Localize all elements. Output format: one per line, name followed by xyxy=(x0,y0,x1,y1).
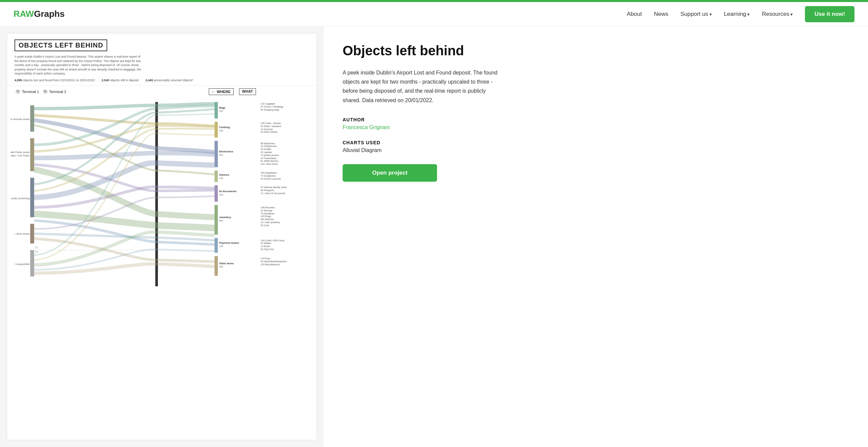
node-departure xyxy=(30,105,34,131)
node-payment xyxy=(214,238,218,253)
sub-national-id: 37 National Identity cards xyxy=(261,186,287,189)
navigation: RAWGraphs About News Support us Learning… xyxy=(0,2,868,26)
sub-kindles: 33 Kindles xyxy=(261,148,271,150)
alluvial-diagram: Departure or Arrivals areas Landside Pub… xyxy=(7,96,317,293)
terminal-1-label: Terminal 1 xyxy=(22,90,39,94)
arrow-left-icon: ← xyxy=(212,89,216,94)
nav-item-news[interactable]: News xyxy=(654,11,668,18)
sub-books: 13 Books xyxy=(261,245,270,247)
nav-link-resources[interactable]: Resources xyxy=(762,11,793,17)
node-unspecified xyxy=(30,250,34,276)
t1-marker: T1 xyxy=(35,246,38,249)
chart-stats: 4,995 objects lost and found from 22/10/… xyxy=(15,79,309,82)
node-security-label: Security Screening xyxy=(10,197,30,200)
node-jewellery xyxy=(214,205,218,235)
node-electronics xyxy=(214,141,218,167)
sub-coats: 145 Coats / Jackets xyxy=(261,122,281,124)
chart-title-area: OBJECTS LEFT BEHIND A peek inside Dublin… xyxy=(7,33,317,86)
author-name-link[interactable]: Francesca Grignani xyxy=(343,124,849,130)
sub-medication: 40 Medication/Equipment xyxy=(261,260,287,263)
sub-tablets: 61 Tablet devices xyxy=(261,160,279,162)
sub-wallets: 41 Wallets xyxy=(261,242,271,244)
chart-container: OBJECTS LEFT BEHIND A peek inside Dublin… xyxy=(0,26,324,447)
chart-stat-total: 4,995 objects lost and found from 22/10/… xyxy=(15,79,95,82)
stat-deposit-label: objects still in deposit xyxy=(110,79,139,82)
stat-deposit-num: 2,540 xyxy=(102,79,109,82)
sub-watches: 260 Watches xyxy=(261,218,274,220)
clothing-count: 206 xyxy=(219,129,223,132)
sub-credit: 128 Credit / ATM Cards xyxy=(261,239,285,242)
sub-earrings: 31 Earrings xyxy=(261,209,273,212)
jewellery-label: Jewellery xyxy=(219,216,231,219)
logo-raw: RAW xyxy=(13,9,34,19)
nav-link-news[interactable]: News xyxy=(654,11,668,17)
terminal-labels: T1 Terminal 1 T2 Terminal 2 xyxy=(16,90,66,94)
nav-link-about[interactable]: About xyxy=(627,11,642,17)
sub-other-clothes: 20 Other clothes xyxy=(261,131,278,133)
sub-rings: 145 Rings xyxy=(261,215,271,218)
glasses-count: 134 xyxy=(219,177,223,179)
project-description: A peek inside Dublin's Airport Lost and … xyxy=(343,68,498,105)
terminal-2-label: Terminal 2 xyxy=(49,90,66,94)
image-panel: OBJECTS LEFT BEHIND A peek inside Dublin… xyxy=(0,26,324,447)
sub-laptops: 61 Laptops xyxy=(261,151,272,154)
nav-item-resources[interactable]: Resources xyxy=(762,11,793,18)
bags-count: 220 xyxy=(219,110,223,112)
sub-passports: 60 Passports xyxy=(261,189,274,192)
project-title: Objects left behind xyxy=(343,42,849,59)
use-it-now-button[interactable]: Use it now! xyxy=(805,6,855,22)
other-items-count: 355 xyxy=(219,266,223,268)
jewellery-count: 684 xyxy=(219,219,223,222)
node-departure-label: Departure or Arrivals areas xyxy=(10,118,30,121)
sub-eyeglasses: 100 Eyeglasses xyxy=(261,172,277,174)
what-header: WHAT xyxy=(239,88,256,95)
nav-link-support[interactable]: Support us xyxy=(681,11,712,17)
page-content: OBJECTS LEFT BEHIND A peek inside Dublin… xyxy=(0,26,868,447)
sub-shopping: 36 Shopping bags xyxy=(261,109,280,111)
nav-link-learning[interactable]: Learning xyxy=(724,11,750,17)
other-items-label: Other Items xyxy=(219,262,234,265)
terminal-2-icon: T2 xyxy=(43,90,47,94)
stat-returned-num: 2,445 xyxy=(145,79,153,82)
electronics-label: Electronics xyxy=(219,150,234,153)
node-security xyxy=(30,178,34,217)
sub-bracelets: 148 Bracelets xyxy=(261,206,275,209)
sub-other-jewellery: 23 / other jewellery xyxy=(261,221,280,224)
sub-drivers: 10 Drivers Licences xyxy=(261,178,281,180)
nav-item-support[interactable]: Support us xyxy=(681,11,712,18)
author-label: AUTHOR xyxy=(343,117,849,122)
node-landside-label: Landside Public areas xyxy=(10,151,30,154)
chart-stat-returned: 2,445 presumably returned objects* xyxy=(145,79,193,82)
terminal-1-icon: T1 xyxy=(16,90,20,94)
sub-other-electronics: 110 / other items xyxy=(261,163,278,165)
sub-keys: 119 Keys xyxy=(261,257,270,260)
stat-total-num: 4,995 xyxy=(15,79,22,82)
sub-mobile: 73 Mobile phones xyxy=(261,154,279,157)
where-header: ← WHERE xyxy=(209,88,234,95)
node-other-items xyxy=(214,256,218,276)
sub-headphones: 41 Headphones xyxy=(261,145,277,148)
logo-graphs: Graphs xyxy=(34,9,65,19)
chart-type: Alluvial Diagram xyxy=(343,147,849,153)
chart-stat-deposit: 2,540 objects still in deposit xyxy=(102,79,139,82)
electronics-count: 502 xyxy=(219,154,223,156)
node-other-label: / other areas xyxy=(15,232,30,235)
sub-powerbanks: 24 Powerbanks xyxy=(261,157,277,159)
nav-item-learning[interactable]: Learning xyxy=(724,11,750,18)
sub-socks: 13 Socks(s) xyxy=(261,128,273,131)
stat-total-label: objects lost and found from 22/10/2021 t… xyxy=(23,79,95,82)
open-project-button[interactable]: Open project xyxy=(343,164,437,182)
node-landside-sublabel: including Roads / Car Parks xyxy=(10,154,30,157)
charts-label: CHARTS USED xyxy=(343,140,849,145)
chart-description: A peek inside Dublin's Airport Lost and … xyxy=(15,55,143,76)
payment-label: Payment means xyxy=(219,241,239,244)
node-id xyxy=(214,185,218,202)
sub-shirts: 30 Shirts / Sweaters xyxy=(261,125,282,127)
site-logo[interactable]: RAWGraphs xyxy=(13,9,65,19)
sub-duty: 33 Duty Free xyxy=(261,248,274,251)
payment-count: 199 xyxy=(219,245,223,247)
where-label: WHERE xyxy=(217,90,231,94)
nav-item-about[interactable]: About xyxy=(627,11,642,18)
alluvial-svg: Departure or Arrivals areas Landside Pub… xyxy=(10,96,313,292)
glasses-label: Glasses xyxy=(219,173,230,176)
